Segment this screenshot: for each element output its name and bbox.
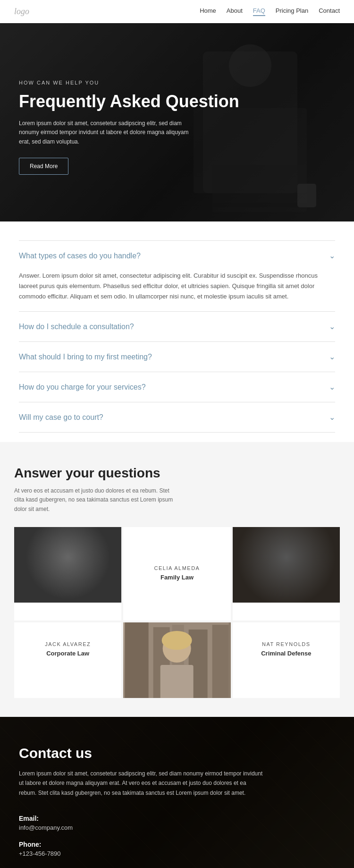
svg-rect-21 xyxy=(324,536,336,598)
faq-question-1[interactable]: What types of cases do you handle? ⌄ xyxy=(19,241,335,271)
faq-chevron-4-icon: ⌄ xyxy=(329,383,335,391)
svg-rect-10 xyxy=(70,551,80,556)
faq-chevron-5-icon: ⌄ xyxy=(329,413,335,422)
team-card-celia[interactable]: CELIA ALMEDA Family Law xyxy=(123,527,230,621)
faq-question-4-text: How do you charge for your services? xyxy=(19,383,146,391)
faq-question-3[interactable]: What should I bring to my first meeting?… xyxy=(19,342,335,372)
hero-section: HOW CAN WE HELP YOU Frequently Asked Que… xyxy=(0,23,354,221)
team-member-name-nat: NAT REYNOLDS xyxy=(261,641,311,647)
team-card-lawyer5[interactable] xyxy=(123,622,230,698)
svg-rect-12 xyxy=(35,584,101,587)
faq-answer-1: Answer. Lorem ipsum dolor sit amet, cons… xyxy=(19,271,335,311)
svg-point-22 xyxy=(273,542,299,569)
team-grid: CELIA ALMEDA Family Law xyxy=(14,527,340,698)
contact-phone-label: Phone: xyxy=(19,841,335,848)
team-heading: Answer your questions xyxy=(14,466,340,481)
svg-rect-6 xyxy=(16,527,120,603)
faq-question-1-text: What types of cases do you handle? xyxy=(19,252,141,260)
faq-section: What types of cases do you handle? ⌄ Ans… xyxy=(0,221,354,442)
hero-read-more-button[interactable]: Read More xyxy=(19,158,68,175)
svg-rect-9 xyxy=(59,551,68,556)
contact-content: Contact us Lorem ipsum dolor sit amet, c… xyxy=(19,745,335,857)
faq-item-1: What types of cases do you handle? ⌄ Ans… xyxy=(19,240,335,311)
faq-question-2[interactable]: How do I schedule a consultation? ⌄ xyxy=(19,312,335,341)
svg-rect-30 xyxy=(212,625,229,698)
navbar: logo Home About FAQ Pricing Plan Contact xyxy=(0,0,354,23)
contact-phone-value: +123-456-7890 xyxy=(19,850,335,857)
team-card-info-lawyer3 xyxy=(281,603,291,621)
team-member-name-celia: CELIA ALMEDA xyxy=(154,565,200,571)
faq-chevron-2-icon: ⌄ xyxy=(329,322,335,331)
svg-rect-19 xyxy=(288,539,303,598)
svg-rect-13 xyxy=(49,574,87,586)
svg-rect-18 xyxy=(274,534,284,598)
nav-links: Home About FAQ Pricing Plan Contact xyxy=(200,7,340,16)
svg-point-7 xyxy=(53,538,83,568)
team-card-lawyer3[interactable] xyxy=(233,527,340,621)
svg-rect-17 xyxy=(258,536,270,598)
faq-question-2-text: How do I schedule a consultation? xyxy=(19,323,134,331)
contact-description: Lorem ipsum dolor sit amet, consetetur s… xyxy=(19,769,264,798)
team-card-img-lawyer1 xyxy=(14,527,121,603)
contact-email-label: Email: xyxy=(19,815,335,822)
faq-question-5[interactable]: Will my case go to court? ⌄ xyxy=(19,402,335,432)
team-section: Answer your questions At vero eos et acc… xyxy=(0,442,354,717)
faq-item-4: How do you charge for your services? ⌄ xyxy=(19,372,335,402)
faq-question-5-text: Will my case go to court? xyxy=(19,413,103,422)
svg-rect-20 xyxy=(307,532,319,598)
hero-description: Lorem ipsum dolor sit amet, consetetur s… xyxy=(19,119,198,146)
contact-section: Contact us Lorem ipsum dolor sit amet, c… xyxy=(0,717,354,868)
svg-rect-14 xyxy=(234,527,338,603)
team-card-info-nat: NAT REYNOLDS Criminal Defense xyxy=(256,622,316,666)
hero-title: Frequently Asked Question xyxy=(19,91,335,111)
contact-heading: Contact us xyxy=(19,745,335,761)
team-card-info-jack: JACK ALVAREZ Corporate Law xyxy=(40,622,95,666)
svg-rect-23 xyxy=(267,570,305,603)
faq-question-3-text: What should I bring to my first meeting? xyxy=(19,353,152,361)
nav-home[interactable]: Home xyxy=(200,7,216,16)
svg-rect-15 xyxy=(234,527,338,603)
team-card-lawyer1[interactable] xyxy=(14,527,121,621)
svg-rect-8 xyxy=(44,572,92,603)
contact-email-value: info@company.com xyxy=(19,824,335,831)
nav-about[interactable]: About xyxy=(227,7,243,16)
team-card-info-celia: CELIA ALMEDA Family Law xyxy=(150,557,205,590)
svg-rect-16 xyxy=(239,532,253,598)
faq-question-4[interactable]: How do you charge for your services? ⌄ xyxy=(19,372,335,402)
team-card-nat[interactable]: NAT REYNOLDS Criminal Defense xyxy=(233,622,340,698)
logo: logo xyxy=(14,7,29,17)
nav-faq[interactable]: FAQ xyxy=(253,7,265,16)
team-card-img-lawyer5 xyxy=(123,622,230,698)
nav-contact[interactable]: Contact xyxy=(319,7,340,16)
svg-rect-26 xyxy=(125,622,149,698)
faq-chevron-1-icon: ⌄ xyxy=(329,251,335,260)
svg-point-32 xyxy=(162,631,192,650)
faq-chevron-3-icon: ⌄ xyxy=(329,352,335,361)
hero-content: HOW CAN WE HELP YOU Frequently Asked Que… xyxy=(0,23,354,194)
faq-item-3: What should I bring to my first meeting?… xyxy=(19,341,335,372)
team-card-img-lawyer3 xyxy=(233,527,340,603)
hero-tag: HOW CAN WE HELP YOU xyxy=(19,80,335,85)
nav-pricing[interactable]: Pricing Plan xyxy=(276,7,308,16)
team-member-role-celia: Family Law xyxy=(154,574,200,581)
faq-item-5: Will my case go to court? ⌄ xyxy=(19,402,335,433)
team-member-role-jack: Corporate Law xyxy=(45,650,91,657)
svg-rect-33 xyxy=(160,665,194,698)
faq-item-2: How do I schedule a consultation? ⌄ xyxy=(19,311,335,341)
team-card-jack[interactable]: JACK ALVAREZ Corporate Law xyxy=(14,622,121,698)
team-description: At vero eos et accusam et justo duo dolo… xyxy=(14,486,175,514)
team-member-name-jack: JACK ALVAREZ xyxy=(45,641,91,647)
team-member-role-nat: Criminal Defense xyxy=(261,650,311,657)
